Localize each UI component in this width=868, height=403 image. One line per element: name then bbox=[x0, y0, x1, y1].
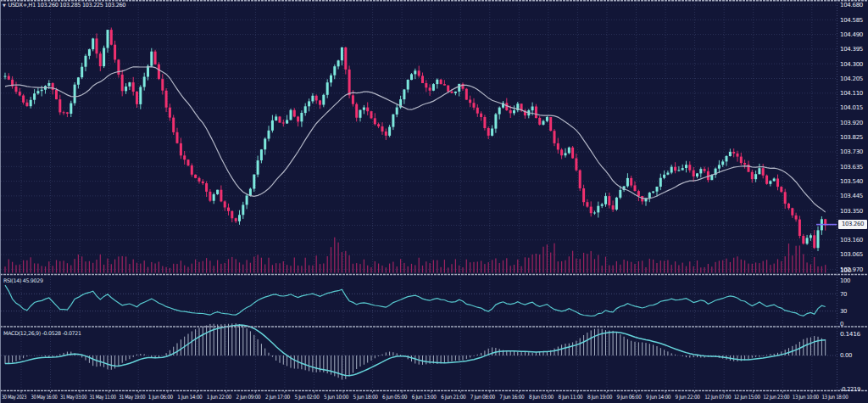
volume-bar bbox=[488, 262, 489, 272]
volume-bar bbox=[554, 243, 554, 273]
volume-bar bbox=[653, 260, 654, 273]
candle-body bbox=[136, 92, 138, 104]
macd-axis-label: 0.00 bbox=[840, 352, 852, 359]
candle-body bbox=[297, 117, 299, 122]
volume-bar bbox=[236, 259, 236, 272]
volume-bar bbox=[755, 262, 756, 272]
volume-bar bbox=[264, 265, 265, 273]
volume-bar bbox=[711, 266, 712, 272]
volume-bar bbox=[671, 265, 672, 272]
volume-bar bbox=[536, 254, 537, 273]
time-tick-label: 31 May 03:00 bbox=[60, 394, 86, 400]
volume-bar bbox=[660, 260, 661, 272]
volume-bar bbox=[810, 265, 811, 273]
volume-bar bbox=[356, 263, 357, 272]
candle-body bbox=[308, 101, 310, 106]
candle-body bbox=[538, 118, 541, 125]
volume-bar bbox=[173, 264, 174, 273]
time-tick-label: 6 Jun 13:00 bbox=[412, 394, 437, 400]
volume-bar bbox=[550, 253, 551, 273]
candle-body bbox=[601, 204, 604, 206]
volume-bar bbox=[290, 266, 291, 272]
volume-bar bbox=[342, 252, 342, 272]
candle-body bbox=[440, 80, 442, 84]
rsi-axis-label: 30 bbox=[840, 308, 847, 315]
volume-bar bbox=[763, 261, 764, 273]
candle-body bbox=[374, 118, 376, 124]
time-tick-label: 1 Jun 22:00 bbox=[207, 394, 231, 400]
candle-body bbox=[615, 198, 618, 210]
volume-bar bbox=[510, 266, 511, 272]
volume-bar bbox=[634, 264, 635, 273]
volume-bar bbox=[733, 258, 734, 273]
candle-body bbox=[802, 236, 804, 243]
candle-body bbox=[699, 169, 702, 173]
candle-body bbox=[180, 143, 182, 155]
volume-bar bbox=[378, 264, 379, 273]
candle-body bbox=[114, 45, 116, 60]
chart-dropdown-icon[interactable]: ▼ bbox=[3, 3, 6, 8]
volume-bar bbox=[144, 260, 145, 272]
candle-body bbox=[568, 148, 570, 154]
volume-bar bbox=[693, 266, 694, 273]
macd-indicator-label: MACD(12,26,9) -0.0528 -0.0721 bbox=[3, 330, 81, 336]
candle-body bbox=[96, 38, 98, 53]
candle-body bbox=[224, 201, 226, 207]
price-tick-label: 104.015 bbox=[840, 104, 863, 111]
volume-bar bbox=[799, 245, 800, 272]
candle-body bbox=[300, 113, 303, 121]
candle-body bbox=[513, 110, 515, 113]
candle-body bbox=[630, 178, 632, 186]
moving-average-line bbox=[5, 67, 826, 212]
candle-body bbox=[315, 96, 318, 101]
candle-body bbox=[737, 154, 739, 157]
volume-bar bbox=[353, 264, 353, 273]
volume-bar bbox=[279, 263, 280, 272]
candle-body bbox=[99, 53, 102, 66]
price-tick-label: 104.490 bbox=[840, 31, 863, 38]
volume-bar bbox=[155, 264, 156, 273]
volume-bar bbox=[572, 251, 573, 273]
volume-bar bbox=[441, 267, 442, 273]
time-tick-label: 6 Jun 21:00 bbox=[441, 394, 465, 400]
candle-body bbox=[652, 192, 654, 193]
candle-body bbox=[279, 116, 281, 122]
candle-body bbox=[535, 107, 537, 119]
candle-body bbox=[546, 117, 548, 121]
volume-bar bbox=[499, 263, 500, 273]
chart-canvas[interactable]: 104.680104.585104.490104.395104.300104.2… bbox=[0, 0, 868, 403]
volume-bar bbox=[114, 260, 115, 273]
candle-body bbox=[806, 238, 809, 243]
candle-body bbox=[704, 169, 706, 171]
candle-body bbox=[542, 121, 545, 125]
volume-bar bbox=[719, 260, 720, 272]
candle-body bbox=[205, 183, 208, 192]
candle-body bbox=[407, 80, 409, 90]
volume-bar bbox=[748, 264, 748, 273]
candle-body bbox=[202, 182, 204, 183]
candle-body bbox=[257, 160, 259, 175]
volume-bar bbox=[294, 258, 295, 273]
volume-bar bbox=[107, 259, 108, 273]
volume-bar bbox=[664, 260, 665, 272]
volume-bar bbox=[187, 267, 188, 273]
candle-body bbox=[169, 108, 171, 118]
volume-bar bbox=[261, 258, 262, 273]
volume-bar bbox=[492, 260, 492, 272]
candle-body bbox=[8, 76, 10, 80]
price-tick-label: 103.635 bbox=[840, 164, 863, 171]
time-tick-label: 7 Jun 16:00 bbox=[499, 394, 524, 400]
candle-body bbox=[158, 64, 160, 79]
rsi-indicator-label: RSI(14) 45.9029 bbox=[3, 277, 43, 283]
candle-body bbox=[66, 112, 69, 114]
time-tick-label: 12 Jun 07:00 bbox=[704, 394, 731, 400]
volume-bar bbox=[48, 261, 49, 272]
volume-bar bbox=[598, 255, 598, 273]
volume-bar bbox=[569, 256, 570, 272]
time-tick-label: 2 Jun 09:00 bbox=[236, 394, 260, 400]
time-tick-label: 13 Jun 10:00 bbox=[793, 394, 819, 400]
candle-body bbox=[370, 111, 373, 118]
volume-bar bbox=[697, 260, 698, 273]
candle-body bbox=[110, 30, 113, 45]
candle-body bbox=[147, 66, 149, 77]
